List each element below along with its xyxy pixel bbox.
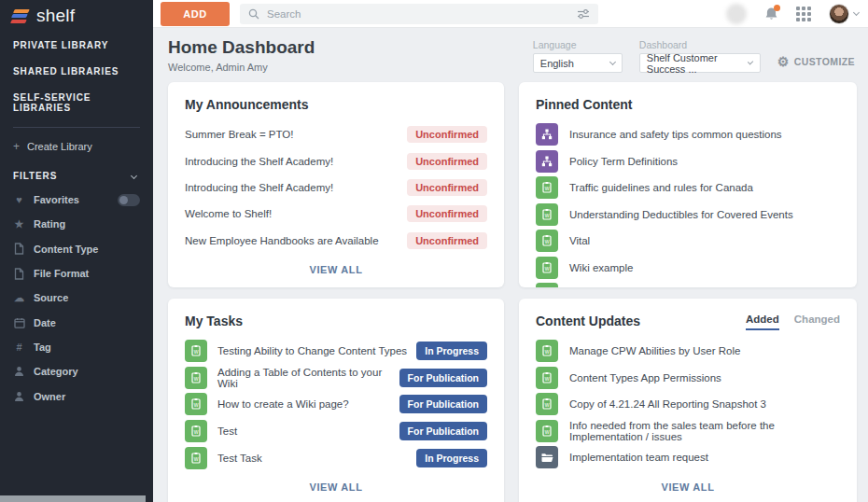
content-update-row[interactable]: wCopy of 4.21.24 All Reporting Snapshot …	[536, 391, 840, 418]
content-update-row[interactable]: wContent Types App Permissions	[536, 365, 840, 392]
announcement-title: Introducing the Shelf Academy!	[185, 156, 333, 167]
svg-text:w: w	[193, 402, 199, 409]
svg-text:w: w	[544, 265, 550, 272]
apps-grid-icon[interactable]	[796, 7, 811, 21]
task-status-badge[interactable]: In Progress	[416, 449, 487, 467]
task-status-badge[interactable]: In Progress	[416, 342, 487, 360]
unconfirmed-badge[interactable]: Unconfirmed	[407, 205, 487, 222]
folder-icon	[536, 446, 558, 468]
task-title: How to create a Wiki page?	[217, 398, 349, 410]
filter-item-favorites[interactable]: ♥Favorites	[0, 188, 153, 212]
chevron-down-icon	[748, 59, 754, 65]
pinned-content-row[interactable]: w	[536, 281, 840, 287]
wiki-icon: w	[185, 367, 207, 389]
task-row[interactable]: wHow to create a Wiki page?For Publicati…	[185, 391, 487, 418]
search-filter-sliders-icon[interactable]	[577, 8, 590, 20]
customize-button[interactable]: ⚙ CUSTOMIZE	[777, 55, 855, 68]
announcements-view-all-link[interactable]: VIEW ALL	[185, 264, 487, 275]
dashboard-select[interactable]: Shelf Customer Success ...	[639, 53, 761, 73]
shelf-logo[interactable]: shelf	[0, 0, 153, 32]
search-icon	[248, 8, 259, 20]
task-status-badge[interactable]: For Publication	[399, 395, 487, 413]
pinned-content-row[interactable]: wWiki example	[536, 255, 840, 282]
favorites-toggle[interactable]	[118, 194, 140, 206]
search-input[interactable]	[267, 8, 569, 20]
obscured-help-icon[interactable]	[726, 4, 747, 24]
add-button[interactable]: ADD	[161, 2, 230, 26]
svg-text:w: w	[193, 375, 199, 382]
wiki-icon: w	[536, 283, 558, 287]
notifications-bell-icon[interactable]	[764, 7, 778, 21]
announcement-row[interactable]: Welcome to Shelf!Unconfirmed	[185, 201, 487, 227]
search-box[interactable]	[240, 4, 598, 24]
announcement-row[interactable]: New Employee Handbooks are AvailableUnco…	[185, 228, 487, 254]
announcement-title: Introducing the Shelf Academy!	[185, 182, 333, 193]
create-library-label: Create Library	[27, 141, 92, 152]
filter-item-tag[interactable]: #Tag	[0, 335, 153, 359]
wiki-icon: w	[536, 230, 558, 252]
unconfirmed-badge[interactable]: Unconfirmed	[407, 232, 487, 249]
chevron-down-icon	[609, 59, 616, 65]
customize-label: CUSTOMIZE	[794, 56, 855, 67]
dashboard-control: Dashboard Shelf Customer Success ...	[639, 39, 761, 73]
svg-text:w: w	[193, 349, 199, 356]
filter-item-owner[interactable]: Owner	[0, 383, 153, 408]
task-title: Testing Ability to Change Content Types	[217, 345, 407, 356]
svg-text:w: w	[544, 349, 550, 356]
filters-header[interactable]: FILTERS	[0, 161, 153, 188]
updates-view-all-link[interactable]: VIEW ALL	[536, 481, 840, 493]
filter-item-file-format[interactable]: File Format	[0, 261, 153, 286]
unconfirmed-badge[interactable]: Unconfirmed	[407, 126, 487, 143]
svg-text:w: w	[544, 402, 550, 409]
announcement-row[interactable]: Introducing the Shelf Academy!Unconfirme…	[185, 147, 487, 174]
pinned-content-row[interactable]: Policy Term Definitions	[536, 148, 840, 175]
announcement-title: Summer Break = PTO!	[185, 129, 293, 140]
svg-text:w: w	[544, 239, 550, 245]
content-update-row[interactable]: wInfo needed from the sales team before …	[536, 418, 840, 445]
task-row[interactable]: wAdding a Table of Contents to your Wiki…	[185, 365, 487, 392]
pinned-content-row[interactable]: wVital	[536, 228, 840, 255]
panel-title: Pinned Content	[536, 97, 840, 112]
my-tasks-panel: My Tasks wTesting Ability to Change Cont…	[168, 299, 504, 502]
chevron-down-icon	[853, 9, 860, 16]
wiki-icon: w	[185, 393, 207, 415]
content-update-row[interactable]: Implementation team request	[536, 444, 840, 471]
sidebar-horizontal-scrollbar[interactable]	[0, 495, 146, 502]
task-row[interactable]: wTesting Ability to Change Content Types…	[185, 338, 487, 365]
task-status-badge[interactable]: For Publication	[399, 369, 487, 387]
tab-added[interactable]: Added	[746, 314, 779, 330]
language-select[interactable]: English	[533, 53, 623, 73]
sidebar-item-self-service-libraries[interactable]: SELF-SERVICE LIBRARIES	[0, 84, 153, 120]
announcement-row[interactable]: Summer Break = PTO!Unconfirmed	[185, 121, 487, 147]
svg-text:w: w	[193, 428, 199, 435]
content-update-row[interactable]: wManage CPW Abilities by User Role	[536, 338, 840, 365]
task-left: wHow to create a Wiki page?	[185, 393, 399, 415]
pinned-content-title: Wiki example	[569, 262, 633, 273]
sidebar-item-private-library[interactable]: PRIVATE LIBRARY	[0, 32, 153, 58]
pinned-content-row[interactable]: wUnderstanding Deductibles for Covered E…	[536, 202, 840, 229]
task-status-badge[interactable]: For Publication	[399, 422, 487, 440]
tasks-view-all-link[interactable]: VIEW ALL	[185, 481, 487, 493]
panel-title: Content Updates	[536, 314, 640, 328]
tab-changed[interactable]: Changed	[794, 314, 840, 330]
sidebar-item-shared-libraries[interactable]: SHARED LIBRARIES	[0, 58, 153, 84]
language-control: Language English	[533, 39, 623, 73]
notification-dot	[774, 5, 780, 11]
pinned-content-panel: Pinned Content Insurance and safety tips…	[519, 82, 857, 287]
pinned-content-row[interactable]: wTraffic guidelines and rules for Canada	[536, 174, 840, 202]
filter-item-date[interactable]: Date	[0, 310, 153, 334]
filter-item-category[interactable]: Category	[0, 359, 153, 383]
unconfirmed-badge[interactable]: Unconfirmed	[407, 179, 487, 196]
panel-title: My Announcements	[185, 97, 487, 112]
user-menu[interactable]	[829, 4, 859, 24]
filter-item-source[interactable]: ☁Source	[0, 286, 153, 310]
task-row[interactable]: wTestFor Publication	[185, 418, 487, 445]
create-library-button[interactable]: + Create Library	[0, 132, 153, 161]
filter-item-label: Rating	[34, 218, 65, 230]
unconfirmed-badge[interactable]: Unconfirmed	[407, 153, 487, 170]
task-row[interactable]: wTest TaskIn Progress	[185, 444, 487, 471]
filter-item-content-type[interactable]: Content Type	[0, 237, 153, 261]
announcement-row[interactable]: Introducing the Shelf Academy!Unconfirme…	[185, 174, 487, 201]
filter-item-rating[interactable]: ★Rating	[0, 212, 153, 236]
pinned-content-row[interactable]: Insurance and safety tips common questio…	[536, 121, 840, 148]
